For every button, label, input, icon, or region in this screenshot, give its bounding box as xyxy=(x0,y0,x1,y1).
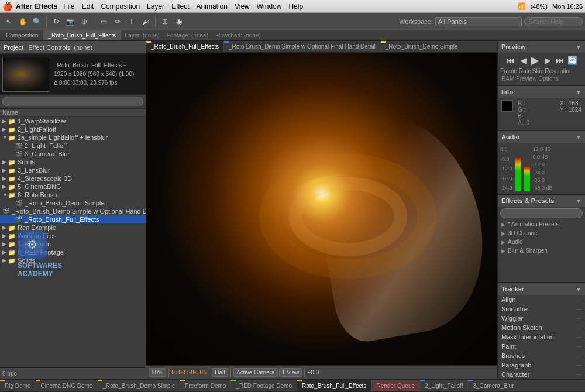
tool-text[interactable]: T xyxy=(125,15,138,28)
project-item-10[interactable]: ▼📁6_Roto Brush xyxy=(0,191,146,199)
tracker-panel-title[interactable]: Tracker ▼ xyxy=(498,283,585,295)
tri-icon: ▶ xyxy=(501,239,505,245)
menu-composition[interactable]: Composition xyxy=(101,2,140,11)
project-item-8[interactable]: ▶📁4_Stereoscopic 3D xyxy=(0,174,146,183)
tree-item-label: 1_WarpStabilizer xyxy=(18,118,66,125)
menu-window[interactable]: Window xyxy=(257,2,282,11)
bottom-tab-5[interactable]: Roto_Brush_Full_Effects xyxy=(297,380,371,391)
comp-tab-roto-full[interactable]: _Roto_Brush_Full_Effects xyxy=(43,30,121,40)
project-item-12[interactable]: 🎬_Roto_Brush_Demo Simple w Optional Hand… xyxy=(0,207,146,215)
menu-help[interactable]: Help xyxy=(288,2,303,11)
tree-item-label: 3_Camera_Blur xyxy=(25,150,70,157)
audio-panel-title[interactable]: Audio ▼ xyxy=(498,131,585,143)
project-item-2[interactable]: ▶📁2_LightFalloff xyxy=(0,125,146,133)
bottom-tab-6[interactable]: Render Queue xyxy=(371,380,420,391)
effects-panel-title[interactable]: Effects & Presets ▼ xyxy=(498,195,585,207)
project-item-6[interactable]: ▶📁Solids xyxy=(0,158,146,166)
menu-bar-right: 📶 (48%) Mon 16:26 xyxy=(518,2,583,10)
btn-prev-frame[interactable]: ◀ xyxy=(518,55,528,66)
project-item-3[interactable]: ▼📁2a_simple Lightfalloff + lensblur xyxy=(0,133,146,142)
viewer-tab-1[interactable]: _Roto Brush_Demo Simple w Optional Final… xyxy=(224,41,381,52)
menu-layer[interactable]: Layer xyxy=(147,2,164,11)
effect-3d-channel[interactable]: ▶ 3D Channel xyxy=(498,229,585,238)
zoom-btn[interactable]: 50% xyxy=(149,368,166,377)
folder-icon: 📁 xyxy=(8,135,15,141)
project-item-7[interactable]: ▶📁3_LensBlur xyxy=(0,166,146,174)
project-item-11[interactable]: 🎬_Roto_Brush_Demo Simple xyxy=(0,199,146,207)
bottom-tab-3[interactable]: Freeform Demo xyxy=(180,380,231,391)
project-item-1[interactable]: ▶📁1_WarpStabilizer xyxy=(0,117,146,125)
project-item-13[interactable]: 🎬_Roto_Brush_Full_Effects xyxy=(0,215,146,223)
tool-zoom[interactable]: 🔍 xyxy=(30,15,43,28)
tri-icon: ▶ xyxy=(501,248,505,254)
quality-btn[interactable]: Half xyxy=(212,368,228,377)
menu-effect[interactable]: Effect xyxy=(171,2,189,11)
audio-collapse[interactable]: ▼ xyxy=(576,134,581,140)
btn-go-start[interactable]: ⏮ xyxy=(505,55,516,66)
tool-clone[interactable]: ⊞ xyxy=(159,15,171,28)
bottom-tab-0[interactable]: Rig Demo xyxy=(0,380,36,391)
views-btn[interactable]: 1 View xyxy=(279,368,302,377)
project-item-18[interactable]: ▶📁Solids xyxy=(0,256,146,264)
project-header: Project Effect Controls: (none) xyxy=(0,41,146,54)
project-item-17[interactable]: ▶📁8_RED Footage xyxy=(0,248,146,256)
bottom-tab-2[interactable]: _Roto_Brush_Demo Simple xyxy=(98,380,180,391)
preview-collapse[interactable]: ▼ xyxy=(576,44,581,50)
bottom-tab-7[interactable]: 2_Light_Falloff xyxy=(420,380,468,391)
tool-select[interactable]: ↖ xyxy=(2,15,15,28)
workspace-area: Workspace: xyxy=(399,17,583,26)
tab-project[interactable]: Project xyxy=(4,44,23,51)
bottom-tab-1[interactable]: Cinema DNG Demo xyxy=(36,380,98,391)
search-help-input[interactable] xyxy=(524,17,583,26)
tab-effect-controls[interactable]: Effect Controls: (none) xyxy=(28,44,92,51)
menu-file[interactable]: File xyxy=(63,2,74,11)
project-tree[interactable]: ▶📁1_WarpStabilizer▶📁2_LightFalloff▼📁2a_s… xyxy=(0,117,146,367)
effect-animation-presets[interactable]: ▶ * Animation Presets xyxy=(498,220,585,229)
tool-puppet[interactable]: ◉ xyxy=(173,15,185,28)
tracker-align: Align --- xyxy=(498,295,585,304)
tool-orbit[interactable]: ⊕ xyxy=(78,15,91,28)
view-btn[interactable]: Active Camera xyxy=(233,368,278,377)
info-collapse[interactable]: ▼ xyxy=(576,89,581,95)
project-item-9[interactable]: ▶📁5_CinemaDNG xyxy=(0,183,146,191)
btn-go-end[interactable]: ⏭ xyxy=(555,55,565,66)
tree-item-label: Ren Example xyxy=(18,224,56,231)
bottom-tab-4[interactable]: _RED Footage Demo xyxy=(231,380,297,391)
effects-search-input[interactable] xyxy=(500,208,583,218)
project-item-16[interactable]: ▶📁7_Freeform xyxy=(0,240,146,248)
project-item-5[interactable]: 🎬3_Camera_Blur xyxy=(0,150,146,158)
toolbar-sep-2 xyxy=(94,16,94,27)
viewer-tab-0[interactable]: _Roto_Brush_Full_Effects xyxy=(146,41,224,52)
info-panel-title[interactable]: Info ▼ xyxy=(498,86,585,98)
effects-collapse[interactable]: ▼ xyxy=(576,198,581,204)
project-item-14[interactable]: ▶📁Ren Example xyxy=(0,223,146,232)
tool-mask[interactable]: ▭ xyxy=(97,15,110,28)
workspace-selector[interactable] xyxy=(435,17,522,26)
btn-loop[interactable]: 🔄 xyxy=(567,55,577,66)
project-item-4[interactable]: 🎬2_Light_Falloff xyxy=(0,142,146,150)
folder-triangle: ▶ xyxy=(2,249,8,255)
btn-play[interactable]: ▶ xyxy=(530,55,541,66)
tool-pen[interactable]: ✏ xyxy=(111,15,124,28)
effect-item-label: Blur & Sharpen xyxy=(508,247,548,254)
effect-audio[interactable]: ▶ Audio xyxy=(498,238,585,246)
project-item-15[interactable]: ▶📁Working Files xyxy=(0,232,146,240)
tool-rotate[interactable]: ↻ xyxy=(50,15,63,28)
bottom-tab-8[interactable]: 3_Camera_Blur xyxy=(468,380,519,391)
tri-icon: ▶ xyxy=(501,222,505,228)
tracker-collapse[interactable]: ▼ xyxy=(576,286,581,293)
tracker-paint: Paint --- xyxy=(498,342,585,351)
viewer-tab-2[interactable]: _Roto_Brush_Demo Simple xyxy=(381,41,463,52)
tool-brush[interactable]: 🖌 xyxy=(139,15,152,28)
apple-menu[interactable]: 🍎 xyxy=(2,2,12,11)
tool-camera[interactable]: 📷 xyxy=(64,15,77,28)
tool-hand[interactable]: ✋ xyxy=(16,15,29,28)
project-search-input[interactable] xyxy=(2,97,143,106)
effect-blur-sharpen[interactable]: ▶ Blur & Sharpen xyxy=(498,246,585,255)
tracker-brushes: Brushes --- xyxy=(498,351,585,360)
menu-edit[interactable]: Edit xyxy=(82,2,94,11)
btn-next-frame[interactable]: ▶ xyxy=(542,55,553,66)
menu-animation[interactable]: Animation xyxy=(197,2,228,11)
preview-panel-title[interactable]: Preview ▼ xyxy=(498,41,585,53)
menu-view[interactable]: View xyxy=(235,2,250,11)
